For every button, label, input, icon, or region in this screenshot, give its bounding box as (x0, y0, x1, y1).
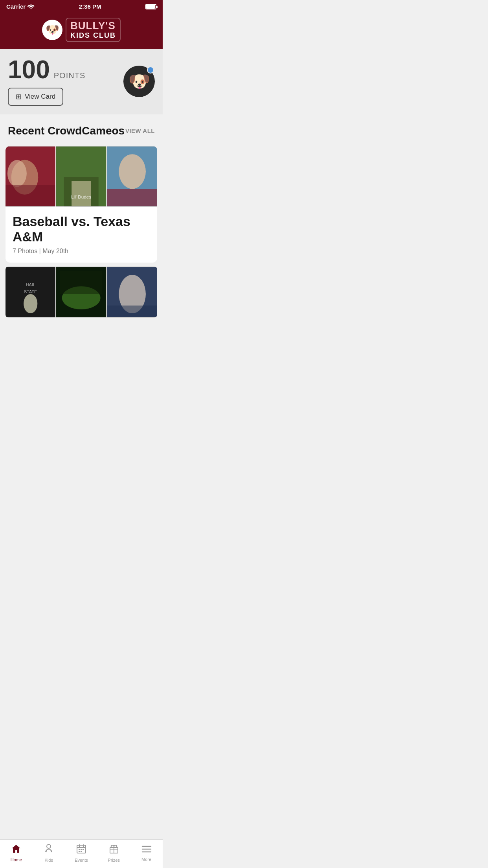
event-title: Baseball vs. Texas A&M (13, 214, 150, 245)
svg-rect-20 (60, 271, 103, 294)
svg-text:STATE: STATE (24, 289, 37, 294)
logo-text: BULLY'S Kids Club (70, 20, 116, 40)
avatar-container[interactable]: 🐶 (123, 66, 155, 97)
photo-1 (6, 146, 55, 207)
event-meta: 7 Photos | May 20th (13, 248, 150, 255)
svg-point-2 (7, 160, 27, 187)
status-bar: Carrier 2:36 PM (0, 0, 163, 12)
photo-3 (107, 146, 157, 207)
points-label: POINTS (54, 72, 85, 79)
battery-section (145, 4, 156, 9)
photo-1-content (6, 146, 55, 207)
view-card-label: View Card (25, 93, 55, 101)
qr-icon: ⊞ (16, 92, 22, 101)
svg-text:Lil' Dudes: Lil' Dudes (71, 194, 91, 199)
photo-6-content (107, 267, 157, 318)
logo-text-wrapper: BULLY'S Kids Club (66, 18, 121, 42)
photo-grid-top: Lil' Dudes (6, 146, 157, 207)
wifi-icon (28, 3, 35, 10)
logo: 🐶 BULLY'S Kids Club (42, 18, 121, 42)
logo-line2: Kids Club (70, 31, 116, 40)
avatar-image: 🐶 (128, 71, 150, 92)
view-all-button[interactable]: VIEW ALL (125, 127, 155, 134)
notification-dot (147, 66, 154, 74)
svg-text:HAIL: HAIL (26, 282, 35, 287)
photo-2-content: Lil' Dudes (56, 146, 106, 207)
logo-line1: BULLY'S (70, 20, 116, 31)
points-left: 100 POINTS ⊞ View Card (8, 57, 85, 106)
carrier-label: Carrier (6, 3, 26, 10)
logo-subtitle-text: Kids Club (70, 31, 116, 39)
points-number: 100 (8, 57, 50, 82)
app-header: 🐶 BULLY'S Kids Club (0, 12, 163, 49)
main-content: Recent CrowdCameos VIEW ALL (0, 114, 163, 353)
photo-2: Lil' Dudes (56, 146, 106, 207)
crowd-cameos-header: Recent CrowdCameos VIEW ALL (0, 118, 163, 142)
photo-3-content (107, 146, 157, 207)
logo-title-text: BULLY'S (70, 20, 116, 31)
photo-4-content: HAIL STATE (6, 267, 55, 318)
svg-rect-3 (6, 185, 55, 206)
points-section: 100 POINTS ⊞ View Card 🐶 (0, 49, 163, 114)
svg-rect-8 (72, 181, 91, 206)
svg-point-11 (119, 154, 146, 189)
points-display: 100 POINTS (8, 57, 85, 82)
card-info: Baseball vs. Texas A&M 7 Photos | May 20… (6, 207, 157, 263)
section-title: Recent CrowdCameos (8, 125, 125, 137)
svg-rect-12 (107, 189, 157, 206)
photo-5 (56, 267, 106, 318)
photo-5-content (56, 267, 106, 318)
photo-event-card[interactable]: Lil' Dudes Baseball vs. Texas A&M 7 Phot… (6, 146, 157, 263)
carrier-info: Carrier (6, 3, 35, 10)
time-display: 2:36 PM (79, 3, 101, 10)
photo-grid-bottom: HAIL STATE (6, 267, 157, 318)
photo-4: HAIL STATE (6, 267, 55, 318)
view-card-button[interactable]: ⊞ View Card (8, 88, 63, 106)
bulldog-mascot: 🐶 (42, 20, 62, 40)
svg-point-17 (24, 294, 37, 313)
photo-6 (107, 267, 157, 318)
battery-icon (145, 4, 156, 9)
svg-rect-25 (107, 305, 157, 317)
